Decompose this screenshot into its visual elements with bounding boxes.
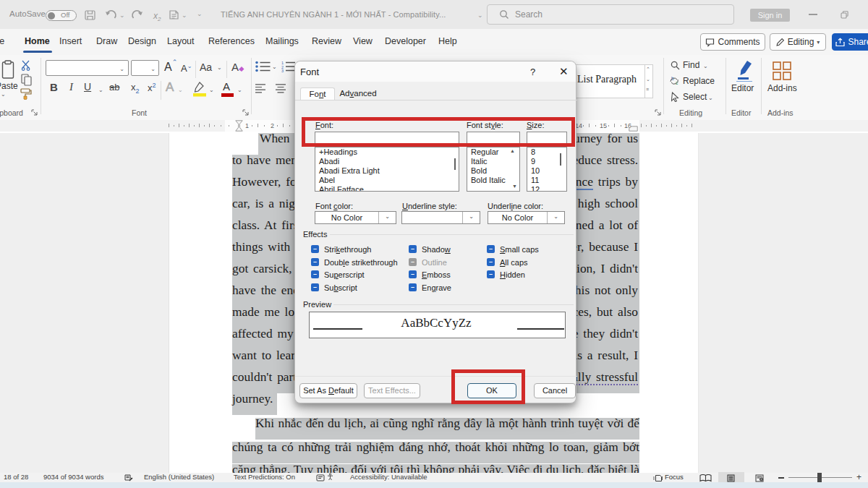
svg-text:3: 3	[281, 69, 284, 72]
